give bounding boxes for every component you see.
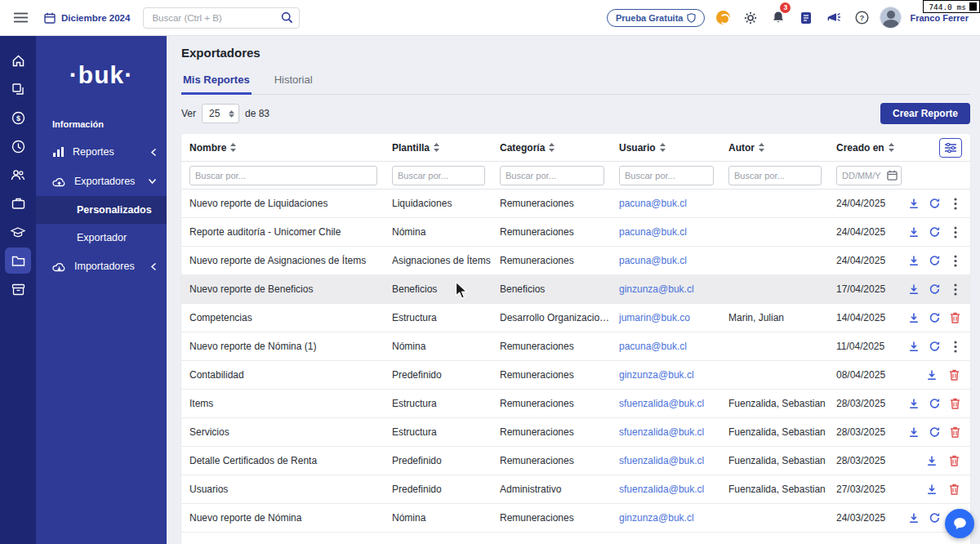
column-header-categoria[interactable]: Categoría	[492, 142, 611, 154]
table-row[interactable]: Servicios Estructura Remuneraciones sfue…	[181, 418, 970, 447]
kebab-menu-button[interactable]	[950, 254, 960, 267]
delete-button[interactable]	[950, 311, 960, 324]
strip-item-home[interactable]	[5, 47, 31, 74]
user-avatar[interactable]	[880, 7, 902, 29]
cell-usuario-link[interactable]: sfuenzalida@buk.cl	[611, 484, 720, 495]
sidebar-item-personalizados[interactable]: Personalizados	[36, 196, 167, 224]
filter-date-input[interactable]	[836, 166, 902, 185]
table-row[interactable]: Nuevo reporte de Asignaciones de Ítems A…	[181, 247, 970, 275]
regenerate-button[interactable]	[929, 397, 941, 410]
filter-nombre-input[interactable]	[189, 166, 377, 185]
download-button[interactable]	[908, 225, 920, 239]
table-row[interactable]: Detalle Certificados de Renta Predefinid…	[181, 447, 970, 475]
cell-usuario-link[interactable]: ginzunza@buk.cl	[611, 369, 720, 381]
sidebar-item-reportes[interactable]: Reportes	[36, 137, 167, 167]
delete-button[interactable]	[950, 426, 960, 439]
column-header-autor[interactable]: Autor	[720, 142, 828, 154]
announcements-button[interactable]	[824, 6, 844, 30]
regenerate-button[interactable]	[929, 254, 941, 267]
download-button[interactable]	[908, 311, 920, 324]
regenerate-button[interactable]	[929, 511, 941, 524]
filter-autor-input[interactable]	[728, 166, 822, 185]
kebab-menu-button[interactable]	[950, 225, 960, 239]
download-button[interactable]	[925, 483, 938, 496]
sidebar-item-importadores[interactable]: Importadores	[36, 252, 167, 281]
strip-item-training[interactable]	[5, 219, 31, 245]
cell-usuario-link[interactable]: sfuenzalida@buk.cl	[611, 398, 720, 409]
table-row[interactable]: Reporte auditoría - Unicomer Chile Nómin…	[181, 218, 970, 247]
cell-usuario-link[interactable]: sfuenzalida@buk.cl	[611, 426, 720, 438]
strip-item-people[interactable]	[5, 162, 31, 188]
download-button[interactable]	[925, 368, 938, 381]
regenerate-button[interactable]	[929, 426, 941, 439]
filter-plantilla-input[interactable]	[392, 166, 485, 185]
tab-historial[interactable]: Historial	[273, 68, 314, 94]
column-header-usuario[interactable]: Usuario	[611, 142, 720, 154]
table-row[interactable]: Nuevo reporte de Nómina (1) Nómina Remun…	[181, 332, 970, 361]
download-button[interactable]	[908, 340, 920, 353]
regenerate-button[interactable]	[929, 225, 941, 239]
column-header-creado-en[interactable]: Creado en	[828, 142, 908, 154]
changelog-button[interactable]	[796, 6, 816, 30]
cell-usuario-link[interactable]: sfuenzalida@buk.cl	[611, 455, 720, 466]
download-button[interactable]	[908, 511, 920, 524]
tab-mis-reportes[interactable]: Mis Reportes	[181, 68, 252, 95]
strip-item-time[interactable]	[5, 133, 31, 159]
filter-categoria-input[interactable]	[500, 166, 604, 185]
strip-item-archive[interactable]	[5, 276, 31, 302]
table-row[interactable]: Competencias Estructura Desarrollo Organ…	[181, 304, 970, 332]
download-button[interactable]	[925, 454, 938, 467]
regenerate-button[interactable]	[929, 311, 941, 324]
cell-usuario-link[interactable]: pacuna@buk.cl	[611, 341, 720, 352]
cell-usuario-link[interactable]: ginzunza@buk.cl	[611, 512, 720, 524]
delete-button[interactable]	[947, 483, 960, 496]
period-selector[interactable]: Diciembre 2024	[44, 12, 130, 24]
regenerate-button[interactable]	[929, 197, 941, 210]
filter-usuario-input[interactable]	[619, 166, 714, 185]
strip-item-modules[interactable]	[5, 76, 31, 102]
trial-badge[interactable]: Prueba Gratuita	[607, 9, 706, 27]
download-button[interactable]	[908, 254, 920, 267]
help-button[interactable]: ?	[852, 6, 871, 30]
cell-usuario-link[interactable]: pacuna@buk.cl	[611, 198, 720, 209]
table-row[interactable]: Contabilidad Predefinido Remuneraciones …	[181, 361, 970, 390]
delete-button[interactable]	[947, 454, 960, 467]
download-button[interactable]	[908, 426, 920, 439]
strip-item-reports[interactable]	[5, 247, 31, 274]
sidebar-item-exportador[interactable]: Exportador	[36, 224, 167, 252]
table-row[interactable]: Nuevo reporte de Liquidaciones Liquidaci…	[181, 190, 970, 218]
cell-usuario-link[interactable]: jumarin@buk.co	[611, 312, 720, 323]
sidebar-item-exportadores[interactable]: Exportadores	[36, 167, 167, 196]
column-header-nombre[interactable]: Nombre	[181, 142, 384, 154]
kebab-menu-button[interactable]	[950, 340, 960, 353]
table-row[interactable]: Nuevo reporte de Nómina Nómina Remunerac…	[181, 504, 970, 533]
table-row[interactable]: Items Estructura Remuneraciones sfuenzal…	[181, 390, 970, 418]
cell-usuario-link[interactable]: pacuna@buk.cl	[611, 255, 720, 266]
user-name[interactable]: Franco Ferrer	[910, 13, 969, 23]
table-row[interactable]: Nuevo reporte de Beneficios Beneficios B…	[181, 275, 970, 304]
create-report-button[interactable]: Crear Reporte	[880, 103, 970, 124]
download-button[interactable]	[908, 197, 920, 210]
cell-usuario-link[interactable]: ginzunza@buk.cl	[611, 283, 720, 295]
delete-button[interactable]	[947, 368, 960, 381]
kebab-menu-button[interactable]	[950, 197, 960, 210]
regenerate-button[interactable]	[929, 340, 941, 353]
strip-item-payments[interactable]: $	[5, 105, 31, 131]
hamburger-menu-button[interactable]	[8, 6, 33, 30]
settings-button[interactable]	[741, 6, 760, 30]
download-button[interactable]	[908, 283, 920, 296]
column-settings-button[interactable]	[939, 138, 962, 158]
table-row[interactable]: Usuarios Predefinido Administrativo sfue…	[181, 475, 970, 504]
chevron-down-icon	[148, 178, 157, 185]
cell-usuario-link[interactable]: pacuna@buk.cl	[611, 226, 720, 238]
regenerate-button[interactable]	[929, 283, 941, 296]
strip-item-jobs[interactable]	[5, 190, 31, 216]
page-size-select[interactable]: 25	[202, 104, 239, 123]
assistant-button[interactable]	[713, 6, 733, 30]
delete-button[interactable]	[950, 397, 960, 410]
download-button[interactable]	[908, 397, 920, 410]
kebab-menu-button[interactable]	[950, 283, 960, 296]
chat-fab-button[interactable]	[945, 509, 974, 538]
column-header-plantilla[interactable]: Plantilla	[384, 142, 492, 154]
search-input[interactable]	[143, 7, 300, 29]
